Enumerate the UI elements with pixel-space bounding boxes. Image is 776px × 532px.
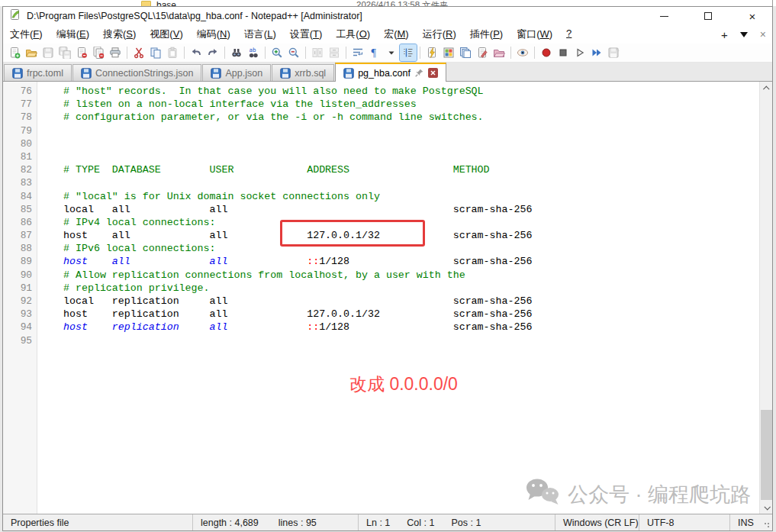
doc-map-icon[interactable] <box>440 44 457 61</box>
status-encoding[interactable]: UTF-8 <box>639 514 730 530</box>
save-macro-icon <box>605 44 622 61</box>
doc-stack-icon[interactable] <box>457 44 474 61</box>
replace-icon[interactable]: ab <box>245 44 262 61</box>
folder-icon <box>141 1 151 6</box>
close-tab-button[interactable]: × <box>760 28 766 40</box>
code-line-76: # "host" records. In that case you will … <box>63 85 532 98</box>
tab-label: pg_hba.conf <box>358 68 411 79</box>
background-date-text: 2026/4/16 13:58 <box>356 0 420 6</box>
menu-item-s[interactable]: 搜索(S) <box>96 26 143 43</box>
line-number: 84 <box>3 190 32 203</box>
menu-item-r[interactable]: 运行(R) <box>416 26 463 43</box>
menu-item-o[interactable]: 工具(O) <box>329 26 377 43</box>
status-caret-position: Ln : 1 Col : 1 Pos : 1 <box>359 514 555 530</box>
save-all-icon <box>56 44 73 61</box>
zoom-in-icon[interactable] <box>269 44 285 61</box>
copy-icon[interactable] <box>147 44 164 61</box>
saved-file-icon <box>81 68 92 79</box>
menu-item-n[interactable]: 编码(N) <box>190 26 237 43</box>
code-line-85: local all all scram-sha-256 <box>63 203 532 216</box>
menu-item-l[interactable]: 语言(L) <box>237 26 283 43</box>
line-number: 95 <box>3 334 32 347</box>
menu-item-m[interactable]: 宏(M) <box>377 26 416 43</box>
code-text[interactable]: # "host" records. In that case you will … <box>63 85 532 347</box>
play-macro-icon[interactable] <box>572 44 588 61</box>
tab-xrrb-sql[interactable]: xrrb.sql <box>272 64 334 81</box>
run-macro-multiple-icon[interactable] <box>588 44 605 61</box>
code-line-89: host all all ::1/128 scram-sha-256 <box>63 255 532 268</box>
scroll-down-icon[interactable] <box>760 501 772 514</box>
toolbar-separator <box>346 47 346 59</box>
code-line-83 <box>63 176 532 189</box>
record-macro-icon[interactable] <box>538 44 555 61</box>
doc-pen-icon[interactable] <box>474 44 491 61</box>
menu-item-help[interactable]: ? <box>559 26 578 43</box>
vertical-scrollbar[interactable] <box>759 82 772 514</box>
status-eol-format[interactable]: Windows (CR LF) <box>555 514 639 530</box>
menu-bar: 文件(F)编辑(E)搜索(S)视图(V)编码(N)语言(L)设置(T)工具(O)… <box>3 25 772 44</box>
cut-icon[interactable] <box>130 44 147 61</box>
scroll-up-icon[interactable] <box>760 82 772 95</box>
tab-pg-hba-conf[interactable]: pg_hba.conf <box>335 63 446 82</box>
editor-area[interactable]: 7677787980818283848586878889909192939495… <box>3 82 772 514</box>
tab-list-dropdown-icon[interactable] <box>740 32 748 37</box>
resize-grip[interactable] <box>764 522 770 528</box>
background-divider <box>772 0 773 6</box>
code-line-80 <box>63 137 532 150</box>
close-button[interactable]: × <box>743 8 762 24</box>
wechat-icon <box>525 477 560 511</box>
new-file-icon[interactable] <box>6 44 23 61</box>
close-all-icon[interactable] <box>90 44 107 61</box>
tab-frpc-toml[interactable]: frpc.toml <box>4 64 72 81</box>
menu-item-w[interactable]: 窗口(W) <box>510 26 559 43</box>
folder-pink-icon[interactable] <box>491 44 507 61</box>
line-numbers: 7677787980818283848586878889909192939495 <box>3 85 32 347</box>
toolbar-separator <box>184 47 185 59</box>
pin-tab-icon[interactable] <box>414 68 424 78</box>
background-explorer-strip: base 2026/4/16 13:58 文件夹 <box>0 0 776 6</box>
find-icon[interactable] <box>228 44 245 61</box>
code-line-78: # configuration parameter, or via the -i… <box>63 111 532 124</box>
title-bar: D:\Program Files\PostgreSQL\15\data\pg_h… <box>3 7 772 25</box>
menu-item-f[interactable]: 文件(F) <box>3 26 50 43</box>
maximize-button[interactable] <box>699 8 717 24</box>
status-length: length : 4,689 <box>201 517 259 528</box>
line-number: 92 <box>3 295 32 308</box>
show-all-chars-icon[interactable]: ¶ <box>366 44 383 61</box>
indent-guide-icon[interactable] <box>400 44 417 61</box>
print-icon[interactable] <box>107 44 124 61</box>
sync-vertical-icon <box>309 44 326 61</box>
redo-icon[interactable] <box>204 44 221 61</box>
monitor-eye-icon[interactable] <box>514 44 531 61</box>
toolbar-separator <box>534 47 535 59</box>
svg-text:ab: ab <box>250 47 257 53</box>
close-icon[interactable] <box>73 44 90 61</box>
code-line-94: host replication all ::1/128 scram-sha-2… <box>63 321 532 334</box>
tab-app-json[interactable]: App.json <box>202 64 271 81</box>
stop-macro-icon[interactable] <box>555 44 572 61</box>
menu-item-p[interactable]: 插件(P) <box>463 26 510 43</box>
zoom-out-icon[interactable] <box>285 44 302 61</box>
code-line-77: # listen on a non-local interface via th… <box>63 98 532 111</box>
minimize-button[interactable] <box>655 8 673 24</box>
dropdown-icon[interactable] <box>383 44 400 61</box>
menu-item-e[interactable]: 编辑(E) <box>50 26 96 43</box>
menu-item-t[interactable]: 设置(T) <box>283 26 330 43</box>
new-tab-button[interactable]: + <box>721 28 728 41</box>
code-line-92: local replication all scram-sha-256 <box>63 295 532 308</box>
close-tab-icon[interactable] <box>428 68 438 78</box>
status-lines: lines : 95 <box>279 517 317 528</box>
doc-lightning-icon[interactable] <box>423 44 440 61</box>
tab-label: frpc.toml <box>27 68 63 79</box>
undo-icon[interactable] <box>188 44 204 61</box>
menu-item-v[interactable]: 视图(V) <box>143 26 189 43</box>
toolbar-separator <box>305 47 306 59</box>
saved-file-icon <box>280 68 291 79</box>
open-file-icon[interactable] <box>23 44 40 61</box>
word-wrap-icon[interactable] <box>349 44 366 61</box>
tab-connectionstrings-json[interactable]: ConnectionStrings.json <box>72 64 202 81</box>
line-number: 90 <box>3 269 32 282</box>
line-number: 86 <box>3 216 32 229</box>
scrollbar-thumb[interactable] <box>761 410 772 500</box>
line-number: 80 <box>3 137 32 150</box>
